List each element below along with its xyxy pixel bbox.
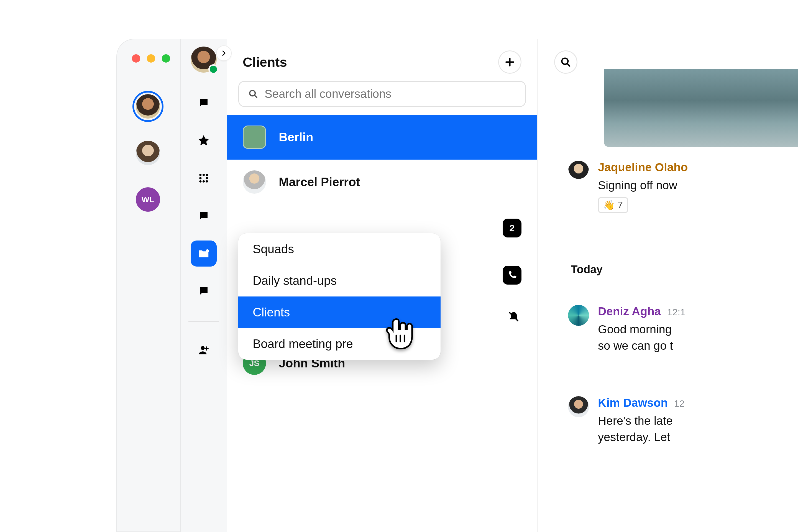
chat-icon [198, 285, 209, 297]
account-rail: WL [116, 39, 180, 532]
nav-add-contact[interactable] [191, 337, 217, 363]
search-conversations[interactable] [238, 81, 526, 107]
call-button[interactable] [502, 266, 521, 285]
search-icon [560, 57, 571, 67]
account-avatar-2[interactable] [136, 141, 160, 165]
nav-messages[interactable] [191, 203, 217, 229]
conversation-list-panel: Clients Berlin Marcel Pierrot 2 [227, 39, 537, 532]
search-input[interactable] [265, 87, 516, 100]
phone-icon [507, 270, 517, 280]
nav-folders[interactable] [191, 241, 217, 267]
sender-name: Jaqueline Olaho [598, 161, 688, 174]
conversation-name: Marcel Pierrot [279, 175, 360, 189]
folder-item-squads[interactable]: Squads [238, 233, 440, 265]
nav-favorites[interactable] [191, 128, 217, 153]
conversation-name: Berlin [279, 130, 314, 144]
search-icon [249, 89, 258, 99]
message-row: Deniz Agha 12:1 Good morning so we can g… [568, 305, 685, 354]
message-row: Kim Dawson 12 Here's the late yesterday.… [568, 396, 684, 445]
message-text: Here's the late yesterday. Let [598, 413, 684, 445]
cursor-icon [385, 316, 416, 353]
avatar [568, 161, 589, 182]
sender-name: Deniz Agha [598, 305, 661, 318]
svg-point-4 [206, 177, 208, 179]
svg-point-0 [199, 174, 202, 176]
wave-emoji-icon: 👋 [603, 200, 615, 211]
reaction-chip[interactable]: 👋 7 [598, 197, 628, 213]
chat-panel: Jaqueline Olaho Signing off now 👋 7 Toda… [537, 39, 798, 532]
unread-badge: 2 [502, 218, 521, 238]
bell-off-icon [508, 310, 520, 323]
svg-point-2 [206, 174, 208, 176]
close-window-icon[interactable] [132, 54, 140, 63]
svg-point-1 [203, 174, 205, 176]
add-user-icon [198, 344, 209, 356]
muted-indicator [506, 309, 521, 324]
list-title: Clients [243, 55, 287, 70]
sender-name: Kim Dawson [598, 396, 668, 409]
account-avatar-3[interactable]: WL [136, 187, 160, 212]
svg-point-6 [203, 180, 205, 183]
grid-dots-icon [198, 173, 209, 184]
svg-point-5 [199, 180, 202, 183]
avatar [568, 305, 589, 326]
nav-rail [180, 39, 227, 532]
chat-icon [198, 210, 209, 222]
reaction-count: 7 [618, 200, 623, 210]
day-divider: Today [571, 263, 603, 276]
plus-icon [504, 57, 515, 68]
svg-point-9 [201, 346, 205, 350]
message-text: Good morning so we can go t [598, 321, 685, 354]
minimize-window-icon[interactable] [147, 54, 155, 63]
message-row: Jaqueline Olaho Signing off now 👋 7 [568, 161, 688, 213]
folder-icon [197, 247, 210, 260]
nav-conversations[interactable] [191, 90, 217, 116]
message-time: 12:1 [667, 307, 685, 317]
nav-groups[interactable] [191, 165, 217, 191]
message-text: Signing off now [598, 177, 688, 194]
profile-avatar[interactable] [191, 46, 217, 73]
nav-divider [188, 321, 219, 322]
svg-point-8 [206, 249, 209, 253]
app-window: WL [116, 39, 798, 532]
chevron-right-icon [221, 50, 227, 57]
star-icon [197, 134, 210, 147]
expand-sidebar-button[interactable] [216, 45, 232, 61]
conversation-row-berlin[interactable]: Berlin [227, 115, 537, 159]
folder-item-standups[interactable]: Daily stand-ups [238, 265, 440, 297]
person-avatar [243, 170, 266, 194]
group-avatar [243, 126, 266, 149]
nav-archive[interactable] [191, 278, 217, 304]
message-image[interactable] [604, 69, 798, 147]
maximize-window-icon[interactable] [162, 54, 170, 63]
window-controls [132, 54, 170, 63]
avatar [568, 396, 589, 417]
message-time: 12 [674, 398, 685, 409]
new-conversation-button[interactable] [498, 51, 521, 74]
account-avatar-1[interactable] [136, 94, 160, 119]
conversation-row-marcel[interactable]: Marcel Pierrot [227, 159, 537, 205]
chat-search-button[interactable] [554, 51, 577, 74]
chat-icon [198, 97, 209, 109]
svg-point-7 [206, 180, 208, 183]
svg-point-3 [199, 177, 202, 179]
